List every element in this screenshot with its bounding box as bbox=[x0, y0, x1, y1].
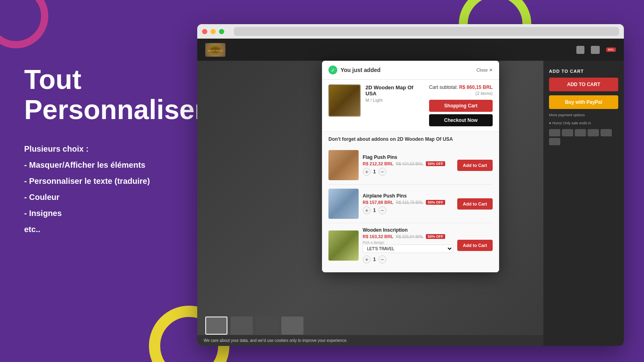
addon-badge-2: 50% OFF bbox=[426, 200, 446, 205]
payment-icon-paypal bbox=[549, 138, 560, 145]
qty-num-2: 1 bbox=[373, 208, 376, 213]
addon-price-old-2: R$ 315,75 BRL bbox=[396, 200, 423, 205]
addon-select-label-3: Pick a design bbox=[363, 241, 453, 245]
addon-image-2 bbox=[328, 189, 359, 219]
addon-prices-2: R$ 157,88 BRL R$ 315,75 BRL 50% OFF bbox=[363, 200, 453, 205]
features-intro: Plusieurs choix : bbox=[24, 141, 193, 157]
buy-with-paynow-button[interactable]: Buy with PayPal bbox=[549, 95, 618, 109]
qty-minus-3[interactable]: + bbox=[363, 255, 371, 263]
payment-icon-discover bbox=[549, 129, 560, 136]
popup-addons: Don't forget about addons on 2D Wooden M… bbox=[322, 132, 499, 272]
payment-icon-applepay bbox=[588, 129, 599, 136]
addon-item-1: Flag Push Pins R$ 212,32 BRL R$ 424,63 B… bbox=[328, 146, 493, 185]
cart-badge: BRL bbox=[606, 47, 616, 52]
thumbnail-1[interactable] bbox=[205, 317, 227, 335]
payment-icon-visa bbox=[601, 129, 612, 136]
thumbnail-2[interactable] bbox=[231, 317, 253, 335]
addon-badge-3: 50% OFF bbox=[426, 234, 446, 239]
decorative-circle-pink bbox=[0, 0, 48, 48]
qty-plus-1[interactable]: − bbox=[378, 168, 386, 176]
popup-added-badge: ✓ You just added bbox=[328, 66, 380, 74]
cart-icon[interactable] bbox=[591, 46, 600, 54]
qty-plus-3[interactable]: − bbox=[378, 255, 386, 263]
payment-icon-mastercard bbox=[575, 129, 586, 136]
addon-price-old-3: R$ 326,64 BRL bbox=[396, 234, 423, 239]
popup-cart-summary: 2D Wooden Map Of USA M / Light Cart subt… bbox=[322, 80, 499, 132]
add-to-cart-button[interactable]: ADD TO CART bbox=[549, 78, 618, 91]
browser-dot-red[interactable] bbox=[202, 29, 207, 34]
popup-header: ✓ You just added Close ✕ bbox=[322, 61, 499, 80]
thumbnail-strip bbox=[205, 317, 303, 335]
popup-product-variant: M / Light bbox=[365, 98, 424, 103]
popup-added-text: You just added bbox=[341, 67, 380, 73]
popup-product-image-inner bbox=[329, 85, 360, 116]
addon-image-3 bbox=[328, 230, 359, 261]
feature-2: - Personnaliser le texte (traduire) bbox=[24, 173, 193, 189]
shop-nav-right: BRL bbox=[576, 46, 616, 54]
browser-address-bar[interactable] bbox=[234, 27, 619, 36]
popup-modal: ✓ You just added Close ✕ 2D Wooden Map O… bbox=[322, 61, 499, 272]
add-to-cart-panel: ADD TO CART ADD TO CART Buy with PayPal … bbox=[543, 61, 624, 346]
checkout-now-button[interactable]: Checkout Now bbox=[429, 114, 493, 126]
browser-dot-green[interactable] bbox=[219, 29, 224, 34]
thumbnail-4[interactable] bbox=[281, 317, 303, 335]
features-list: Plusieurs choix : - Masquer/Afficher les… bbox=[24, 141, 193, 237]
addon-add-btn-3[interactable]: Add to Cart bbox=[457, 240, 493, 251]
addon-name-2: Airplane Push Pins bbox=[363, 193, 453, 199]
addon-qty-1: + 1 − bbox=[363, 168, 453, 176]
feature-5: etc.. bbox=[24, 221, 193, 237]
addon-select-wrap-3: Pick a design LET'S TRAVEL bbox=[363, 241, 453, 253]
popup-close-button[interactable]: Close ✕ bbox=[477, 68, 493, 73]
browser-dot-yellow[interactable] bbox=[211, 29, 216, 34]
svg-text:RUSTIC WOOD: RUSTIC WOOD bbox=[208, 49, 223, 52]
feature-4: - Insignes bbox=[24, 205, 193, 221]
popup-addons-title: Don't forget about addons on 2D Wooden M… bbox=[328, 136, 493, 142]
popup-subtotal-price: R$ 860,15 BRL bbox=[459, 84, 493, 90]
addon-qty-3: + 1 − bbox=[363, 255, 453, 263]
browser-window: RUSTIC WOOD BRL ADD TO CART ADD TO CART … bbox=[197, 24, 624, 346]
cookie-text: We care about your data, and we'd use co… bbox=[204, 338, 347, 343]
sale-ends-label: ● Hurry! Only sale ends in bbox=[549, 121, 618, 125]
popup-product-image bbox=[328, 84, 361, 117]
qty-minus-1[interactable]: + bbox=[363, 168, 371, 176]
shop-logo: RUSTIC WOOD bbox=[205, 43, 225, 57]
shopping-cart-button[interactable]: Shopping Cart bbox=[429, 100, 493, 112]
addon-badge-1: 50% OFF bbox=[426, 161, 446, 166]
addon-price-old-1: R$ 424,63 BRL bbox=[396, 162, 423, 166]
qty-plus-2[interactable]: − bbox=[378, 206, 386, 214]
addon-info-3: Wooden Inscription R$ 163,32 BRL R$ 326,… bbox=[363, 227, 453, 263]
popup-product-info: 2D Wooden Map Of USA M / Light bbox=[365, 84, 424, 126]
more-payment-label: More payment options bbox=[549, 113, 618, 117]
addon-add-btn-1[interactable]: Add to Cart bbox=[457, 160, 493, 171]
addon-select-3[interactable]: LET'S TRAVEL bbox=[363, 245, 453, 253]
feature-3: - Couleur bbox=[24, 189, 193, 205]
qty-num-3: 1 bbox=[373, 257, 376, 262]
check-circle-icon: ✓ bbox=[328, 66, 337, 74]
search-icon[interactable] bbox=[576, 46, 584, 54]
addon-image-1 bbox=[328, 150, 359, 180]
feature-1: - Masquer/Afficher les éléments bbox=[24, 157, 193, 173]
addon-add-btn-2[interactable]: Add to Cart bbox=[457, 198, 493, 210]
browser-titlebar bbox=[197, 24, 624, 39]
popup-cart-actions: Cart subtotal: R$ 860,15 BRL (2 items) S… bbox=[429, 84, 493, 126]
payment-icons-row bbox=[549, 129, 618, 145]
addon-info-1: Flag Push Pins R$ 212,32 BRL R$ 424,63 B… bbox=[363, 154, 453, 176]
payment-icon-gpay bbox=[562, 129, 573, 136]
left-panel: Tout Personnaliser Plusieurs choix : - M… bbox=[24, 64, 193, 237]
addon-item-3: Wooden Inscription R$ 163,32 BRL R$ 326,… bbox=[328, 223, 493, 267]
qty-minus-2[interactable]: + bbox=[363, 206, 371, 214]
popup-items-count: (2 items) bbox=[429, 91, 493, 96]
addon-info-2: Airplane Push Pins R$ 157,88 BRL R$ 315,… bbox=[363, 193, 453, 214]
add-to-cart-label: ADD TO CART bbox=[549, 69, 618, 74]
qty-num-1: 1 bbox=[373, 169, 376, 175]
addon-price-new-3: R$ 163,32 BRL bbox=[363, 234, 393, 239]
main-title: Tout Personnaliser bbox=[24, 64, 193, 125]
thumbnail-3[interactable] bbox=[256, 317, 278, 335]
addon-name-1: Flag Push Pins bbox=[363, 154, 453, 160]
addon-prices-1: R$ 212,32 BRL R$ 424,63 BRL 50% OFF bbox=[363, 161, 453, 166]
addon-qty-2: + 1 − bbox=[363, 206, 453, 214]
shop-topbar: RUSTIC WOOD BRL bbox=[197, 39, 624, 61]
addon-prices-3: R$ 163,32 BRL R$ 326,64 BRL 50% OFF bbox=[363, 234, 453, 239]
addon-price-new-2: R$ 157,88 BRL bbox=[363, 200, 393, 205]
addon-item-2: Airplane Push Pins R$ 157,88 BRL R$ 315,… bbox=[328, 185, 493, 223]
